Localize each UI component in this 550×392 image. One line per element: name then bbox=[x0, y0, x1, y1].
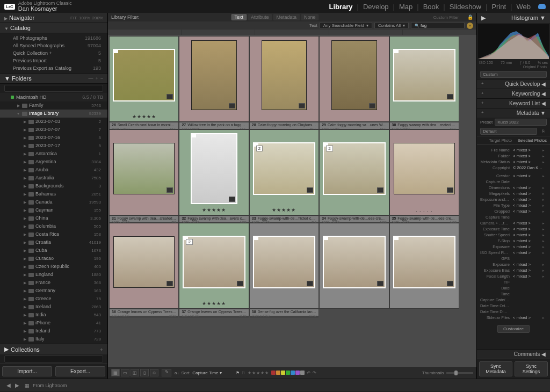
folder-row[interactable]: ▶iPhone41 bbox=[0, 319, 107, 327]
folder-row[interactable]: ▶Argentina3184 bbox=[0, 158, 107, 166]
folder-row[interactable]: ▶Backgrounds3 bbox=[0, 182, 107, 190]
collections-filter[interactable] bbox=[4, 355, 103, 362]
catalog-item[interactable]: All Photographs191686 bbox=[0, 34, 107, 42]
metadata-row[interactable]: File Type< mixed >▸ bbox=[480, 202, 547, 208]
module-slideshow[interactable]: Slideshow bbox=[447, 3, 483, 11]
loupe-mode-icon[interactable]: ▭ bbox=[121, 369, 129, 376]
rotate-cw-icon[interactable]: ↷ bbox=[313, 371, 316, 375]
clear-search-icon[interactable]: × bbox=[467, 23, 473, 29]
volume-row[interactable]: Macintosh HD 6.5 / 8 TB bbox=[0, 93, 107, 101]
metadata-row[interactable]: Cropped< mixed >▸ bbox=[480, 208, 547, 214]
customize-button[interactable]: Customize bbox=[497, 325, 530, 333]
folder-row[interactable]: ▶Greece75 bbox=[0, 295, 107, 303]
survey-mode-icon[interactable]: ▯ bbox=[140, 369, 149, 376]
histogram-custom-dropdown[interactable]: Custom bbox=[480, 71, 547, 78]
rating-stars[interactable]: ★★★★★ bbox=[248, 371, 269, 375]
metadata-row[interactable]: Copyright© 2022 Dan Kosmayer.. bbox=[480, 165, 547, 171]
folder-row[interactable]: ▶Iceland2863 bbox=[0, 303, 107, 311]
search-rule-dropdown[interactable]: Contains All▾ bbox=[374, 22, 409, 29]
grid-cell[interactable] bbox=[319, 36, 389, 122]
grid-cell[interactable] bbox=[249, 36, 319, 122]
grid-cell[interactable] bbox=[319, 309, 389, 367]
metadata-row[interactable]: Camera + …te Settings< mixed >▸ bbox=[480, 220, 547, 226]
search-input[interactable]: fog bbox=[411, 22, 465, 29]
panel-keywording[interactable]: +Keywording ◀ bbox=[477, 89, 550, 98]
metadata-row[interactable]: Folder< mixed >▸ bbox=[480, 153, 547, 159]
metadata-row[interactable]: Megapixels< mixed >▸ bbox=[480, 191, 547, 197]
panel-metadata[interactable]: +Metadata ▼ bbox=[477, 108, 550, 118]
metadata-row[interactable]: Time bbox=[480, 291, 547, 297]
grid-cell[interactable]: 2 bbox=[319, 129, 389, 215]
module-web[interactable]: Web bbox=[515, 3, 533, 11]
grid-cell[interactable]: 36Orange leaves on Cypress Trees in fog-… bbox=[109, 309, 179, 316]
grid-view[interactable]: ★★★★★26Small Czech rural town in morning… bbox=[108, 35, 476, 367]
filter-tab-metadata[interactable]: Metadata bbox=[273, 14, 300, 20]
grid-cell[interactable] bbox=[109, 129, 179, 215]
collections-header[interactable]: ▶Collections + bbox=[0, 344, 107, 354]
catalog-item[interactable]: All Synced Photographs97004 bbox=[0, 42, 107, 49]
import-button[interactable]: Import... bbox=[2, 366, 52, 376]
filter-tab-text[interactable]: Text bbox=[231, 14, 247, 20]
search-field-dropdown[interactable]: Any Searchable Field▾ bbox=[320, 22, 372, 29]
folder-row[interactable]: ▶France368 bbox=[0, 279, 107, 287]
color-chip[interactable] bbox=[295, 371, 300, 375]
metadata-row[interactable]: Exposure< mixed >▸ bbox=[480, 262, 547, 267]
metadata-row[interactable]: GPS bbox=[480, 256, 547, 262]
metadata-row[interactable]: Sidecar Files< mixed >▸ bbox=[480, 315, 547, 321]
metadata-row[interactable]: Dimensions< mixed >▸ bbox=[480, 185, 547, 191]
grid-cell[interactable] bbox=[109, 223, 179, 309]
nav-fwd-icon[interactable]: ▶ bbox=[13, 382, 21, 388]
painter-icon[interactable]: ✎ bbox=[162, 369, 171, 376]
compare-mode-icon[interactable]: ◫ bbox=[131, 369, 139, 376]
catalog-header[interactable]: ▼ Catalog bbox=[0, 23, 107, 33]
folder-row[interactable]: ▶Australia7585 bbox=[0, 174, 107, 182]
module-map[interactable]: Map bbox=[397, 3, 415, 11]
catalog-item[interactable]: Quick Collection +5 bbox=[0, 49, 107, 57]
minus-icon[interactable]: − bbox=[100, 76, 103, 81]
sort-direction-icon[interactable]: a↓ bbox=[175, 371, 179, 375]
filter-tab-none[interactable]: None bbox=[301, 14, 319, 20]
grid-cell[interactable]: 38Dense fog over the California landscap… bbox=[249, 309, 319, 316]
grid-cell[interactable]: . . . . . bbox=[389, 129, 459, 215]
folder-row[interactable]: ▶Family5743 bbox=[0, 101, 107, 110]
folder-row[interactable]: ▶India543 bbox=[0, 311, 107, 319]
navigator-header[interactable]: ▶ Navigator FIT100%200% bbox=[0, 13, 107, 23]
grid-cell[interactable] bbox=[389, 309, 459, 367]
grid-cell[interactable]: ★★★★★ bbox=[109, 36, 179, 122]
folder-row[interactable]: ▶2023-07-175 bbox=[0, 142, 107, 150]
grid-cell[interactable] bbox=[249, 223, 319, 309]
flag-pick-icon[interactable]: ⚑ bbox=[236, 371, 240, 375]
folder-row[interactable]: ▶Antarctica1 bbox=[0, 150, 107, 158]
metadata-default-dropdown[interactable]: Default bbox=[480, 128, 537, 135]
metadata-row[interactable]: TIF bbox=[480, 279, 547, 285]
module-library[interactable]: Library bbox=[327, 3, 354, 11]
folder-row[interactable]: ▶Curacao196 bbox=[0, 255, 107, 263]
folder-row[interactable]: ▶Czech Republic405 bbox=[0, 263, 107, 271]
metadata-row[interactable]: Exposure and ISO< mixed >▸ bbox=[480, 197, 547, 202]
grid-cell[interactable]: ★★★★★ bbox=[179, 129, 249, 215]
grid-cell[interactable]: 2★★★★★ bbox=[249, 129, 319, 215]
grid-cell[interactable] bbox=[179, 36, 249, 122]
thumbnail-size-slider[interactable] bbox=[446, 372, 473, 374]
grid-cell[interactable]: 33Foggy-swamp-with-de…flicted copy 2022-… bbox=[249, 215, 319, 223]
color-chip[interactable] bbox=[271, 371, 276, 375]
metadata-row[interactable]: Exposure Bias< mixed >▸ bbox=[480, 267, 547, 273]
grid-cell[interactable]: 27Willow tree in the park on a foggy day… bbox=[179, 122, 249, 129]
panel-quick-develop[interactable]: +Quick Develop ◀ bbox=[477, 79, 550, 89]
sync-settings-button[interactable]: Sync Settings bbox=[515, 361, 548, 376]
grid-cell[interactable]: 31Foggy swamp with dea…created by Beaver… bbox=[109, 215, 179, 223]
module-develop[interactable]: Develop bbox=[361, 3, 391, 11]
color-chip[interactable] bbox=[276, 371, 280, 375]
folders-header[interactable]: ▼ Folders —+− bbox=[0, 73, 107, 84]
metadata-row[interactable]: Exposure Time< mixed >▸ bbox=[480, 226, 547, 232]
folder-row[interactable]: ▶Bahamas2051 bbox=[0, 190, 107, 198]
flag-reject-icon[interactable]: ⚐ bbox=[242, 371, 245, 375]
catalog-item[interactable]: Previous Export as Catalog193 bbox=[0, 64, 107, 72]
rotate-ccw-icon[interactable]: ↶ bbox=[307, 371, 310, 375]
cloud-sync-icon[interactable] bbox=[538, 4, 546, 9]
grid-cell[interactable]: 34Foggy-swamp-with-de…ees-created-by-Bea… bbox=[319, 215, 389, 223]
folder-row[interactable]: ▶2023-07-032 bbox=[0, 118, 107, 126]
folder-row[interactable]: ▶Croatia41019 bbox=[0, 238, 107, 246]
metadata-row[interactable]: Focal Length< mixed >▸ bbox=[480, 273, 547, 279]
plus-icon[interactable]: + bbox=[95, 76, 98, 81]
